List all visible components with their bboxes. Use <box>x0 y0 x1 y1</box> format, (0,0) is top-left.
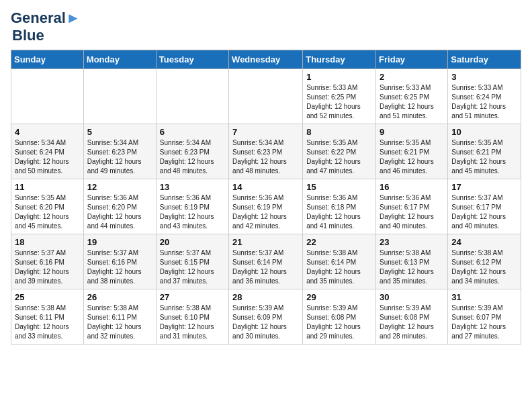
day-info: Sunrise: 5:34 AM Sunset: 6:23 PM Dayligh… <box>232 138 299 176</box>
day-number: 12 <box>87 182 152 192</box>
day-cell: 15Sunrise: 5:36 AM Sunset: 6:18 PM Dayli… <box>303 179 376 234</box>
col-header-saturday: Saturday <box>448 50 521 69</box>
day-info: Sunrise: 5:33 AM Sunset: 6:24 PM Dayligh… <box>451 83 517 121</box>
day-number: 17 <box>451 182 517 192</box>
day-number: 14 <box>232 182 299 192</box>
day-cell: 18Sunrise: 5:37 AM Sunset: 6:16 PM Dayli… <box>11 234 84 289</box>
day-number: 20 <box>160 237 225 247</box>
day-number: 18 <box>15 237 80 247</box>
logo-text: General► <box>11 11 81 26</box>
day-info: Sunrise: 5:38 AM Sunset: 6:11 PM Dayligh… <box>87 304 152 341</box>
day-cell: 21Sunrise: 5:37 AM Sunset: 6:14 PM Dayli… <box>229 234 303 289</box>
day-cell: 2Sunrise: 5:33 AM Sunset: 6:25 PM Daylig… <box>376 69 448 124</box>
day-info: Sunrise: 5:39 AM Sunset: 6:08 PM Dayligh… <box>380 304 444 341</box>
day-number: 29 <box>306 292 372 302</box>
day-number: 10 <box>451 127 517 137</box>
day-cell <box>83 69 156 124</box>
day-cell: 11Sunrise: 5:35 AM Sunset: 6:20 PM Dayli… <box>11 179 84 234</box>
day-info: Sunrise: 5:35 AM Sunset: 6:22 PM Dayligh… <box>306 138 372 176</box>
day-info: Sunrise: 5:39 AM Sunset: 6:08 PM Dayligh… <box>306 304 372 341</box>
day-info: Sunrise: 5:38 AM Sunset: 6:11 PM Dayligh… <box>15 304 80 341</box>
day-number: 26 <box>87 292 152 302</box>
day-info: Sunrise: 5:36 AM Sunset: 6:18 PM Dayligh… <box>306 193 372 231</box>
page-header: General► Blue <box>11 11 521 44</box>
day-number: 23 <box>380 237 444 247</box>
day-cell: 12Sunrise: 5:36 AM Sunset: 6:20 PM Dayli… <box>83 179 156 234</box>
day-info: Sunrise: 5:38 AM Sunset: 6:13 PM Dayligh… <box>380 248 444 286</box>
day-cell <box>156 69 228 124</box>
day-cell: 31Sunrise: 5:39 AM Sunset: 6:07 PM Dayli… <box>448 289 521 345</box>
day-info: Sunrise: 5:33 AM Sunset: 6:25 PM Dayligh… <box>380 83 444 121</box>
day-cell: 26Sunrise: 5:38 AM Sunset: 6:11 PM Dayli… <box>83 289 156 345</box>
day-cell: 24Sunrise: 5:38 AM Sunset: 6:12 PM Dayli… <box>448 234 521 289</box>
day-number: 1 <box>306 72 372 82</box>
week-row-1: 1Sunrise: 5:33 AM Sunset: 6:25 PM Daylig… <box>11 69 521 124</box>
day-info: Sunrise: 5:37 AM Sunset: 6:14 PM Dayligh… <box>232 248 299 286</box>
col-header-friday: Friday <box>376 50 448 69</box>
day-number: 15 <box>306 182 372 192</box>
day-cell: 4Sunrise: 5:34 AM Sunset: 6:24 PM Daylig… <box>11 124 84 179</box>
day-info: Sunrise: 5:38 AM Sunset: 6:12 PM Dayligh… <box>451 248 517 286</box>
day-cell: 5Sunrise: 5:34 AM Sunset: 6:23 PM Daylig… <box>83 124 156 179</box>
day-cell: 30Sunrise: 5:39 AM Sunset: 6:08 PM Dayli… <box>376 289 448 345</box>
day-info: Sunrise: 5:39 AM Sunset: 6:07 PM Dayligh… <box>451 304 517 341</box>
day-number: 30 <box>380 292 444 302</box>
day-number: 16 <box>380 182 444 192</box>
day-cell: 8Sunrise: 5:35 AM Sunset: 6:22 PM Daylig… <box>303 124 376 179</box>
day-number: 24 <box>451 237 517 247</box>
day-number: 9 <box>380 127 444 137</box>
day-number: 3 <box>451 72 517 82</box>
day-number: 21 <box>232 237 299 247</box>
day-info: Sunrise: 5:34 AM Sunset: 6:23 PM Dayligh… <box>160 138 225 176</box>
day-number: 22 <box>306 237 372 247</box>
day-cell: 25Sunrise: 5:38 AM Sunset: 6:11 PM Dayli… <box>11 289 84 345</box>
day-cell: 17Sunrise: 5:37 AM Sunset: 6:17 PM Dayli… <box>448 179 521 234</box>
day-number: 5 <box>87 127 152 137</box>
day-info: Sunrise: 5:38 AM Sunset: 6:14 PM Dayligh… <box>306 248 372 286</box>
logo: General► Blue <box>11 11 81 44</box>
col-header-sunday: Sunday <box>11 50 84 69</box>
week-row-4: 18Sunrise: 5:37 AM Sunset: 6:16 PM Dayli… <box>11 234 521 289</box>
day-cell: 10Sunrise: 5:35 AM Sunset: 6:21 PM Dayli… <box>448 124 521 179</box>
col-header-wednesday: Wednesday <box>229 50 303 69</box>
day-cell: 7Sunrise: 5:34 AM Sunset: 6:23 PM Daylig… <box>229 124 303 179</box>
day-info: Sunrise: 5:34 AM Sunset: 6:23 PM Dayligh… <box>87 138 152 176</box>
day-cell: 28Sunrise: 5:39 AM Sunset: 6:09 PM Dayli… <box>229 289 303 345</box>
day-number: 7 <box>232 127 299 137</box>
day-number: 13 <box>160 182 225 192</box>
col-header-thursday: Thursday <box>303 50 376 69</box>
day-number: 2 <box>380 72 444 82</box>
day-number: 28 <box>232 292 299 302</box>
day-info: Sunrise: 5:36 AM Sunset: 6:19 PM Dayligh… <box>232 193 299 231</box>
day-info: Sunrise: 5:38 AM Sunset: 6:10 PM Dayligh… <box>160 304 225 341</box>
day-cell: 9Sunrise: 5:35 AM Sunset: 6:21 PM Daylig… <box>376 124 448 179</box>
day-info: Sunrise: 5:37 AM Sunset: 6:15 PM Dayligh… <box>160 248 225 286</box>
week-row-3: 11Sunrise: 5:35 AM Sunset: 6:20 PM Dayli… <box>11 179 521 234</box>
day-number: 8 <box>306 127 372 137</box>
week-row-5: 25Sunrise: 5:38 AM Sunset: 6:11 PM Dayli… <box>11 289 521 345</box>
day-info: Sunrise: 5:36 AM Sunset: 6:20 PM Dayligh… <box>87 193 152 231</box>
day-cell: 16Sunrise: 5:36 AM Sunset: 6:17 PM Dayli… <box>376 179 448 234</box>
day-cell <box>229 69 303 124</box>
logo-blue: Blue <box>12 27 44 44</box>
day-cell: 20Sunrise: 5:37 AM Sunset: 6:15 PM Dayli… <box>156 234 228 289</box>
day-info: Sunrise: 5:35 AM Sunset: 6:20 PM Dayligh… <box>15 193 80 231</box>
day-cell: 29Sunrise: 5:39 AM Sunset: 6:08 PM Dayli… <box>303 289 376 345</box>
day-cell: 6Sunrise: 5:34 AM Sunset: 6:23 PM Daylig… <box>156 124 228 179</box>
day-cell: 13Sunrise: 5:36 AM Sunset: 6:19 PM Dayli… <box>156 179 228 234</box>
day-cell: 27Sunrise: 5:38 AM Sunset: 6:10 PM Dayli… <box>156 289 228 345</box>
day-info: Sunrise: 5:37 AM Sunset: 6:16 PM Dayligh… <box>87 248 152 286</box>
day-cell: 23Sunrise: 5:38 AM Sunset: 6:13 PM Dayli… <box>376 234 448 289</box>
day-cell: 19Sunrise: 5:37 AM Sunset: 6:16 PM Dayli… <box>83 234 156 289</box>
day-cell: 14Sunrise: 5:36 AM Sunset: 6:19 PM Dayli… <box>229 179 303 234</box>
day-number: 31 <box>451 292 517 302</box>
day-number: 6 <box>160 127 225 137</box>
week-row-2: 4Sunrise: 5:34 AM Sunset: 6:24 PM Daylig… <box>11 124 521 179</box>
day-info: Sunrise: 5:39 AM Sunset: 6:09 PM Dayligh… <box>232 304 299 341</box>
day-info: Sunrise: 5:37 AM Sunset: 6:17 PM Dayligh… <box>451 193 517 231</box>
calendar-table: SundayMondayTuesdayWednesdayThursdayFrid… <box>11 50 521 345</box>
day-number: 25 <box>15 292 80 302</box>
day-cell: 3Sunrise: 5:33 AM Sunset: 6:24 PM Daylig… <box>448 69 521 124</box>
day-number: 19 <box>87 237 152 247</box>
day-info: Sunrise: 5:35 AM Sunset: 6:21 PM Dayligh… <box>451 138 517 176</box>
